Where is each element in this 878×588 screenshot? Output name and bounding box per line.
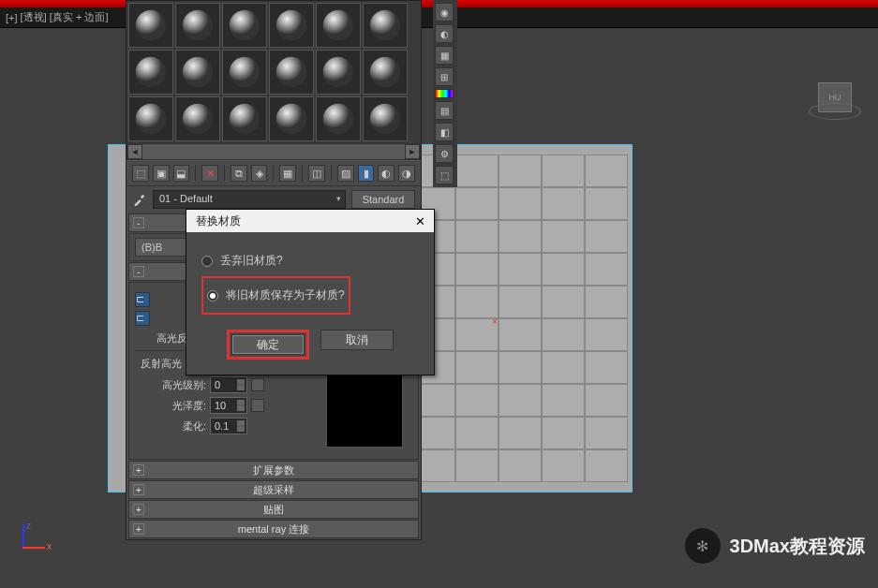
highlight-preview: [326, 371, 403, 448]
sample-slot[interactable]: [222, 50, 267, 95]
gloss-spinner[interactable]: 10: [210, 397, 247, 414]
sample-scrollbar[interactable]: ◄ ►: [126, 143, 421, 160]
get-material-icon[interactable]: ⬚: [132, 165, 149, 182]
dialog-title: 替换材质: [196, 213, 241, 229]
viewport-tag-plus[interactable]: [+]: [6, 12, 18, 23]
make-preview-icon[interactable]: ◧: [435, 123, 454, 141]
ok-button[interactable]: 确定: [231, 334, 305, 355]
radio-keep[interactable]: 将旧材质保存为子材质?: [207, 287, 345, 303]
go-parent-icon[interactable]: ◐: [378, 165, 394, 182]
assign-icon[interactable]: ⬓: [173, 165, 190, 182]
svg-point-10: [323, 57, 353, 87]
soften-spinner[interactable]: 0.1: [210, 418, 247, 434]
soften-label: 柔化:: [141, 419, 206, 434]
svg-point-16: [323, 104, 353, 134]
put-to-scene-icon[interactable]: ▣: [153, 165, 170, 182]
sample-slot[interactable]: [316, 96, 361, 141]
rollout-maps[interactable]: +贴图: [128, 500, 419, 519]
mat-id-icon[interactable]: ◫: [308, 165, 325, 182]
sample-slot[interactable]: [175, 50, 220, 95]
cancel-button[interactable]: 取消: [320, 330, 394, 350]
make-unique-icon[interactable]: ◈: [251, 165, 268, 182]
rollout-supersample[interactable]: +超级采样: [128, 480, 419, 499]
scroll-right-icon[interactable]: ►: [405, 144, 420, 159]
viewport-tag-persp[interactable]: [透视]: [21, 10, 47, 24]
svg-point-14: [230, 104, 260, 134]
axis-gizmo: z x: [13, 524, 51, 562]
svg-point-15: [276, 104, 306, 134]
material-type-button[interactable]: Standard: [351, 190, 415, 209]
sample-slot[interactable]: [175, 96, 220, 141]
viewcube-ring[interactable]: [809, 103, 861, 120]
wechat-icon: ✻: [685, 528, 721, 564]
spec-level-map-slot[interactable]: [251, 378, 264, 391]
diffuse-lock-icon[interactable]: ⊏: [135, 311, 150, 326]
viewport-tag-shade[interactable]: [真实 + 边面]: [50, 10, 109, 24]
svg-point-6: [136, 57, 166, 87]
radio-icon: [201, 256, 213, 267]
sample-slot[interactable]: [269, 3, 314, 48]
svg-point-5: [370, 10, 400, 40]
highlight-annotation: 将旧材质保存为子材质?: [201, 276, 350, 315]
sample-type-icon[interactable]: ◉: [435, 3, 454, 22]
video-check-icon[interactable]: ▤: [435, 101, 454, 120]
svg-point-4: [323, 10, 353, 40]
svg-point-1: [183, 10, 213, 40]
dialog-titlebar[interactable]: 替换材质 ✕: [186, 210, 434, 232]
sample-slot[interactable]: [222, 3, 267, 48]
sample-slot[interactable]: [128, 96, 173, 141]
go-forward-icon[interactable]: ◑: [398, 165, 415, 182]
background-icon[interactable]: ▦: [435, 46, 454, 65]
spec-level-label: 高光级别:: [141, 378, 206, 392]
svg-point-13: [183, 104, 213, 134]
mat-toolbar: ⬚ ▣ ⬓ ✕ ⧉ ◈ ▦ ◫ ▨ ▮ ◐ ◑: [126, 160, 421, 186]
svg-point-0: [136, 10, 166, 40]
options-icon[interactable]: ⚙: [435, 144, 454, 163]
scroll-left-icon[interactable]: ◄: [127, 144, 142, 159]
svg-point-8: [230, 57, 260, 87]
sample-slot[interactable]: [128, 50, 173, 95]
highlight-annotation-ok: 确定: [227, 330, 309, 360]
show-map-icon[interactable]: ▨: [337, 165, 354, 182]
rollout-extended[interactable]: +扩展参数: [128, 461, 419, 479]
sample-slot[interactable]: [316, 50, 361, 95]
radio-keep-label: 将旧材质保存为子材质?: [226, 287, 345, 303]
reset-icon[interactable]: ✕: [201, 165, 218, 182]
sample-uv-icon[interactable]: ⊞: [435, 67, 454, 86]
pivot-marker: ×: [492, 316, 498, 327]
sample-slot[interactable]: [222, 96, 267, 141]
mat-side-toolbar: ◉ ◐ ▦ ⊞ ▤ ◧ ⚙ ⬚: [433, 0, 457, 187]
svg-point-2: [230, 10, 260, 40]
sample-slot[interactable]: [269, 50, 314, 95]
color-check-icon[interactable]: [435, 89, 454, 98]
show-end-result-icon[interactable]: ▮: [358, 165, 375, 182]
copy-icon[interactable]: ⧉: [231, 165, 247, 182]
sample-slot-grid: [126, 1, 421, 143]
sample-slot[interactable]: [363, 96, 408, 141]
svg-point-9: [276, 57, 306, 87]
sample-slot[interactable]: [175, 3, 220, 48]
sample-slot[interactable]: [363, 3, 408, 48]
sample-slot[interactable]: [316, 3, 361, 48]
rollout-mentalray[interactable]: +mental ray 连接: [128, 520, 419, 538]
gloss-map-slot[interactable]: [251, 399, 264, 412]
eyedropper-icon[interactable]: [132, 192, 147, 207]
replace-material-dialog: 替换材质 ✕ 丢弃旧材质? 将旧材质保存为子材质? 确定 取消: [186, 209, 435, 375]
sample-slot[interactable]: [363, 50, 408, 95]
select-by-mat-icon[interactable]: ⬚: [435, 166, 454, 184]
sample-slot[interactable]: [128, 3, 173, 48]
spec-level-spinner[interactable]: 0: [210, 376, 247, 393]
svg-point-11: [370, 57, 400, 87]
radio-discard[interactable]: 丢弃旧材质?: [201, 253, 419, 269]
put-to-lib-icon[interactable]: ▦: [279, 165, 296, 182]
material-name-select[interactable]: 01 - Default: [153, 190, 346, 209]
svg-point-12: [136, 104, 166, 134]
watermark: ✻ 3DMax教程资源: [685, 528, 865, 564]
close-icon[interactable]: ✕: [409, 213, 430, 229]
ambient-lock-icon[interactable]: ⊏: [135, 292, 150, 307]
sample-slot[interactable]: [269, 96, 314, 141]
backlight-icon[interactable]: ◐: [435, 24, 454, 43]
watermark-text: 3DMax教程资源: [730, 534, 865, 559]
svg-point-7: [183, 57, 213, 87]
svg-point-3: [276, 10, 306, 40]
